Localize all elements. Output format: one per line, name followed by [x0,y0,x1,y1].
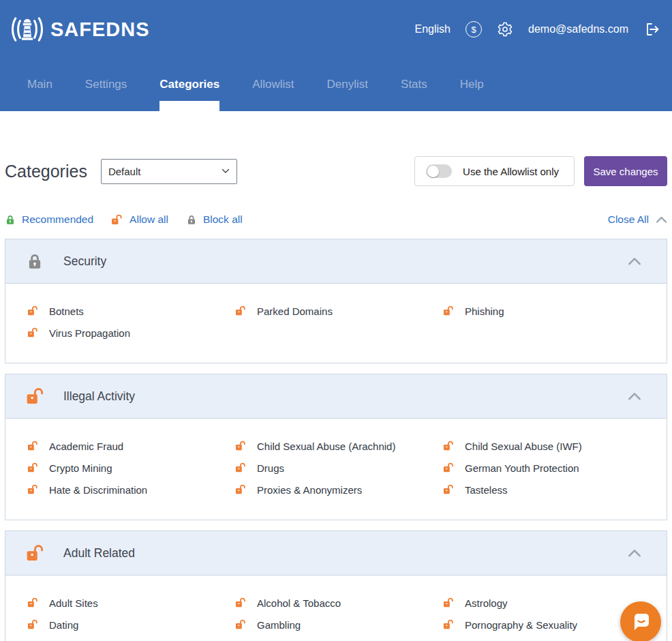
page-content: Categories Default Use the Allowlist onl… [0,156,672,641]
category-item-label: Adult Sites [49,597,98,609]
lock-open-orange-icon [235,441,247,451]
category-item-label: Dating [49,619,78,631]
category-section-body: Adult Sites Alcohol & Tobacco Astrology [5,576,667,641]
app-header: SAFEDNS English $ demo@safedns.com MainS… [0,0,672,111]
allowlist-only-toggle-label: Use the Allowlist only [463,166,559,177]
lock-open-orange-icon [443,597,455,608]
category-item[interactable]: Alcohol & Tobacco [213,592,421,614]
category-item-label: Tasteless [465,484,508,496]
collapse-chevron-up-icon[interactable] [627,257,642,266]
category-item[interactable]: Academic Fraud [5,435,213,457]
category-section-body: Botnets Parked Domains Phishing [5,284,667,363]
category-item-label: Virus Propagation [49,327,130,339]
lock-open-icon [26,544,46,563]
allowlist-only-toggle-box: Use the Allowlist only [414,156,575,186]
category-item[interactable]: Child Sexual Abuse (IWF) [421,435,667,457]
category-item-label: Botnets [49,305,84,317]
lock-open-orange-icon [235,484,247,495]
category-section-header[interactable]: Security [5,239,667,284]
chat-widget-button[interactable] [620,601,661,641]
nav-tab-label: Help [460,78,484,91]
category-section-header[interactable]: Illegal Activity [5,374,667,419]
nav-tab-label: Settings [85,78,127,91]
category-item[interactable]: Dating [5,614,213,636]
category-item[interactable]: Crypto Mining [5,457,213,479]
lock-open-orange-icon [443,305,455,316]
main-nav: MainSettingsCategoriesAllowlistDenylistS… [0,58,672,111]
nav-tab-categories[interactable]: Categories [143,58,236,111]
collapse-chevron-up-icon[interactable] [627,549,642,558]
recommended-label: Recommended [22,213,93,226]
lock-open-orange-icon [111,214,123,226]
category-item-label: Child Sexual Abuse (IWF) [465,441,582,452]
category-item[interactable]: Gambling [213,614,421,636]
settings-gear-icon[interactable] [497,21,513,38]
legend-bar: Recommended Allow all Block all [5,211,667,228]
category-section-title: Illegal Activity [63,389,135,404]
category-item[interactable]: Drugs [213,457,421,479]
recommended-action[interactable]: Recommended [5,213,93,226]
block-all-label: Block all [203,213,243,226]
chevron-up-icon [656,216,667,224]
lock-open-orange-icon [235,619,247,630]
category-item-label: Child Sexual Abuse (Arachnid) [257,441,395,452]
allowlist-only-toggle[interactable] [426,164,452,178]
lock-open-orange-icon [27,462,39,473]
nav-tab-settings[interactable]: Settings [69,58,143,111]
category-item-label: Astrology [465,597,508,609]
lock-closed-icon [26,252,44,271]
category-item[interactable]: Proxies & Anonymizers [213,479,421,501]
collapse-chevron-up-icon[interactable] [627,392,642,401]
profile-select-value: Default [108,166,141,177]
nav-tab-label: Allowlist [252,78,294,91]
lock-open-orange-icon [235,462,247,473]
category-item-label: Proxies & Anonymizers [257,484,362,496]
nav-tab-denylist[interactable]: Denylist [311,58,384,111]
category-section-title: Security [63,254,106,269]
category-item[interactable]: Child Sexual Abuse (Arachnid) [213,435,421,457]
lock-open-icon [26,387,46,406]
nav-tab-allowlist[interactable]: Allowlist [236,58,310,111]
page-title: Categories [5,162,87,181]
brand[interactable]: SAFEDNS [10,15,150,44]
category-item[interactable]: Virus Propagation [5,322,213,344]
category-item-label: Phishing [465,305,504,317]
lock-open-orange-icon [235,305,247,316]
allow-all-label: Allow all [129,213,168,226]
logout-icon[interactable] [643,21,661,38]
category-item-label: Alcohol & Tobacco [257,597,341,609]
save-changes-button[interactable]: Save changes [584,156,667,186]
category-item-label: Gambling [257,619,301,631]
category-item[interactable]: Phishing [421,300,667,322]
lock-closed-gray-icon [186,214,197,226]
nav-tab-label: Stats [401,78,427,91]
category-item[interactable]: Parked Domains [213,300,421,322]
lock-open-orange-icon [27,327,39,338]
lock-open-orange-icon [443,484,455,495]
close-all-action[interactable]: Close All [608,213,667,226]
category-item[interactable]: German Youth Protection [421,457,667,479]
category-item[interactable]: Botnets [5,300,213,322]
category-item[interactable]: Adult Sites [5,592,213,614]
block-all-action[interactable]: Block all [186,213,243,226]
lock-closed-green-icon [5,214,16,226]
category-item[interactable]: Hate & Discrimination [5,479,213,501]
category-item[interactable]: Tasteless [421,479,667,501]
profile-select[interactable]: Default [101,159,237,184]
category-section-header[interactable]: Adult Related [5,531,667,576]
nav-tab-help[interactable]: Help [444,58,500,111]
currency-dollar-icon[interactable]: $ [465,21,482,38]
account-email[interactable]: demo@safedns.com [528,23,628,35]
language-selector[interactable]: English [415,23,450,35]
allow-all-action[interactable]: Allow all [111,213,168,226]
category-section: Security Botnets Parked Domains [5,239,667,363]
category-section: Adult Related Adult Sites Alcohol [5,531,667,641]
nav-tab-label: Denylist [327,78,368,91]
nav-tab-stats[interactable]: Stats [384,58,444,111]
lock-open-orange-icon [27,619,39,630]
lock-open-orange-icon [27,484,39,495]
nav-tab-main[interactable]: Main [11,58,69,111]
category-section-body: Academic Fraud Child Sexual Abuse (Arach… [5,419,667,520]
category-item-label: Hate & Discrimination [49,484,147,496]
lock-open-orange-icon [443,619,455,630]
